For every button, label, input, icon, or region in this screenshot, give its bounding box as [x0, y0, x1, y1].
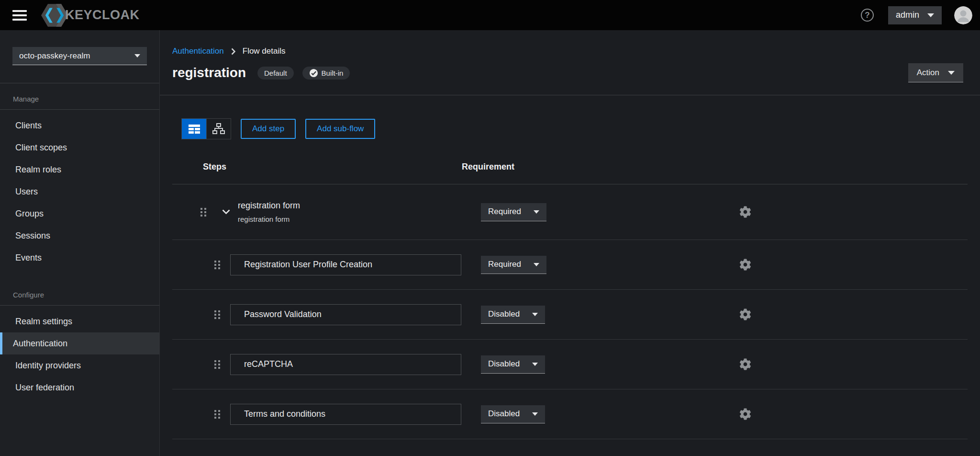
settings-gear-icon[interactable]: [739, 408, 751, 420]
page-title: registration: [172, 65, 246, 80]
step-name-box: reCAPTCHA: [230, 354, 461, 375]
breadcrumb: Authentication Flow details: [172, 46, 963, 56]
keycloak-logo: KEYCLOAK: [41, 4, 140, 27]
flow-steps-table: Steps Requirement registration form: [172, 139, 968, 439]
nav-section-configure: Configure: [0, 279, 159, 306]
requirement-select[interactable]: Disabled: [481, 306, 545, 324]
default-badge: Default: [257, 67, 294, 80]
caret-down-icon: [948, 71, 955, 75]
chevron-down-icon[interactable]: [222, 209, 230, 215]
chevron-right-icon: [231, 48, 235, 55]
caret-down-icon: [927, 13, 934, 17]
page-header: Authentication Flow details registration…: [160, 30, 980, 95]
table-row: Password Validation Disabled: [172, 290, 968, 340]
sidebar-item-groups[interactable]: Groups: [0, 203, 159, 225]
grip-vertical-icon[interactable]: [200, 207, 207, 217]
grip-vertical-icon[interactable]: [214, 260, 221, 270]
step-name-box: Registration User Profile Creation: [230, 254, 461, 275]
sidebar: octo-passkey-realm Manage Clients Client…: [0, 30, 160, 456]
column-header-steps: Steps: [172, 162, 462, 172]
action-button[interactable]: Action: [908, 63, 963, 82]
sidebar-item-realm-settings[interactable]: Realm settings: [0, 310, 159, 332]
nav-section-manage: Manage: [0, 83, 159, 110]
table-row: Registration User Profile Creation Requi…: [172, 240, 968, 290]
requirement-select[interactable]: Required: [481, 203, 546, 221]
subflow-title: registration form: [238, 201, 300, 211]
check-circle-icon: [309, 68, 318, 78]
requirement-select[interactable]: Disabled: [481, 355, 545, 374]
sidebar-item-clients[interactable]: Clients: [0, 114, 159, 137]
hamburger-icon[interactable]: [12, 8, 27, 23]
step-name-box: Terms and conditions: [230, 404, 461, 425]
diagram-view-icon: [212, 123, 225, 135]
flow-toolbar: Add step Add sub-flow: [181, 118, 968, 139]
caret-down-icon: [534, 210, 539, 214]
caret-down-icon: [134, 54, 140, 57]
add-subflow-button[interactable]: Add sub-flow: [305, 119, 375, 139]
view-toggle-group: [181, 118, 231, 139]
realm-selector-label: octo-passkey-realm: [19, 51, 90, 61]
table-row: Terms and conditions Disabled: [172, 389, 968, 439]
user-menu[interactable]: admin: [888, 6, 942, 24]
realm-selector[interactable]: octo-passkey-realm: [12, 47, 147, 65]
breadcrumb-current: Flow details: [243, 46, 286, 56]
requirement-select[interactable]: Required: [481, 256, 546, 274]
table-row: reCAPTCHA Disabled: [172, 340, 968, 389]
help-icon[interactable]: ?: [861, 9, 874, 22]
column-header-requirement: Requirement: [462, 162, 514, 172]
settings-gear-icon[interactable]: [739, 308, 751, 320]
sidebar-item-user-federation[interactable]: User federation: [0, 376, 159, 399]
sidebar-item-client-scopes[interactable]: Client scopes: [0, 137, 159, 159]
caret-down-icon: [534, 263, 539, 266]
subflow-subtitle: registration form: [238, 215, 300, 223]
grip-vertical-icon[interactable]: [214, 310, 221, 319]
table-row: registration form registration form Requ…: [172, 184, 968, 240]
table-view-toggle[interactable]: [182, 119, 206, 139]
table-view-icon: [188, 124, 200, 134]
sidebar-item-users[interactable]: Users: [0, 181, 159, 203]
step-name-box: Password Validation: [230, 304, 461, 325]
keycloak-logo-mark: [41, 4, 68, 27]
breadcrumb-link-authentication[interactable]: Authentication: [172, 46, 224, 56]
grip-vertical-icon[interactable]: [214, 410, 221, 419]
app-header: KEYCLOAK ? admin: [0, 0, 980, 30]
sidebar-item-realm-roles[interactable]: Realm roles: [0, 159, 159, 181]
add-step-button[interactable]: Add step: [241, 119, 296, 139]
requirement-select[interactable]: Disabled: [481, 405, 545, 423]
caret-down-icon: [532, 363, 538, 366]
user-menu-label: admin: [896, 10, 919, 20]
table-header-row: Steps Requirement: [172, 139, 968, 184]
built-in-badge: Built-in: [302, 67, 350, 80]
avatar: [954, 6, 972, 24]
grip-vertical-icon[interactable]: [214, 360, 221, 369]
brand-text: KEYCLOAK: [65, 8, 140, 23]
settings-gear-icon[interactable]: [739, 358, 751, 370]
user-avatar-icon: [954, 6, 972, 24]
sidebar-item-identity-providers[interactable]: Identity providers: [0, 354, 159, 376]
sidebar-item-sessions[interactable]: Sessions: [0, 225, 159, 247]
settings-gear-icon[interactable]: [739, 259, 751, 271]
settings-gear-icon[interactable]: [739, 206, 751, 218]
sidebar-item-authentication[interactable]: Authentication: [0, 332, 159, 354]
diagram-view-toggle[interactable]: [206, 119, 231, 139]
caret-down-icon: [532, 412, 538, 416]
caret-down-icon: [532, 313, 538, 316]
sidebar-item-events[interactable]: Events: [0, 247, 159, 269]
